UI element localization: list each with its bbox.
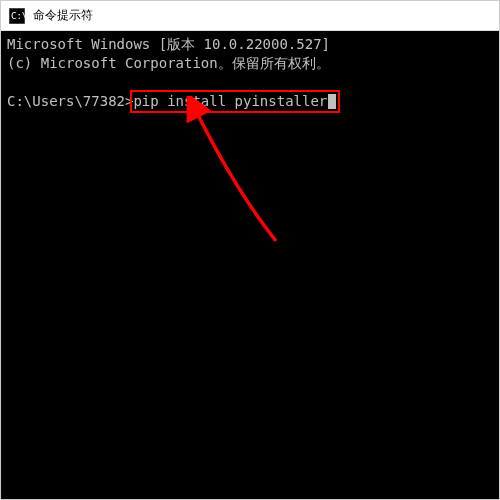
prompt-path: C:\Users\77382> xyxy=(7,92,133,111)
command-text: pip install pyinstaller xyxy=(133,93,327,109)
version-line: Microsoft Windows [版本 10.0.22000.527] xyxy=(7,35,493,54)
terminal-area[interactable]: Microsoft Windows [版本 10.0.22000.527] (c… xyxy=(1,31,499,499)
copyright-line: (c) Microsoft Corporation。保留所有权利。 xyxy=(7,54,493,73)
prompt-line: C:\Users\77382>pip install pyinstaller xyxy=(7,92,493,111)
cursor xyxy=(328,94,336,109)
annotation-arrow xyxy=(166,96,306,256)
command-prompt-window: C:\ 命令提示符 Microsoft Windows [版本 10.0.220… xyxy=(0,0,500,500)
command-highlight: pip install pyinstaller xyxy=(133,92,336,111)
window-title: 命令提示符 xyxy=(33,7,93,24)
blank-line xyxy=(7,73,493,92)
svg-text:C:\: C:\ xyxy=(11,11,25,21)
title-bar[interactable]: C:\ 命令提示符 xyxy=(1,1,499,31)
cmd-icon: C:\ xyxy=(9,8,25,24)
